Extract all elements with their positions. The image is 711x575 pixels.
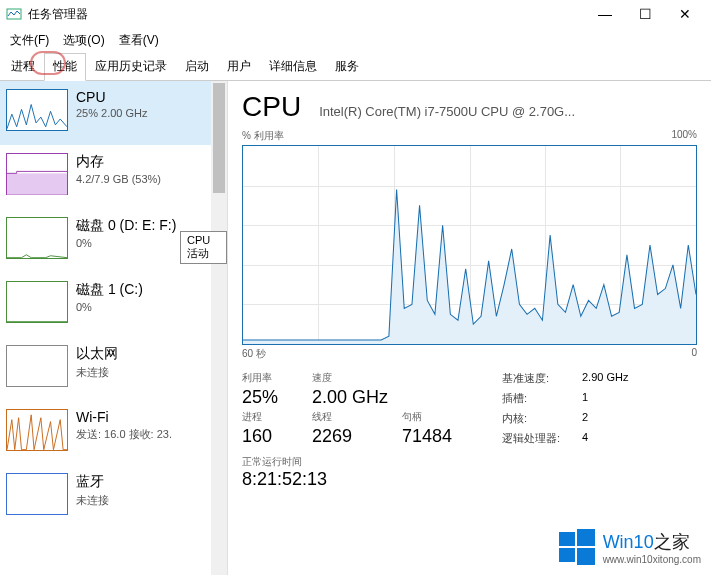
svg-rect-3 (559, 532, 575, 546)
logical-label: 逻辑处理器: (502, 431, 582, 447)
sidebar: CPU 25% 2.00 GHz 内存 4.2/7.9 GB (53%) 磁 (0, 81, 228, 575)
chart-y-label: % 利用率 (242, 129, 284, 143)
disk-thumb-icon (6, 217, 68, 259)
tab-app-history[interactable]: 应用历史记录 (86, 53, 176, 80)
sidebar-item-cpu[interactable]: CPU 25% 2.00 GHz (0, 81, 211, 145)
tab-processes[interactable]: 进程 (2, 53, 44, 80)
svg-rect-1 (7, 173, 67, 194)
stat-procs-label: 进程 (242, 410, 312, 424)
sidebar-item-sub: 未连接 (76, 493, 205, 508)
stat-handles-value: 71484 (402, 426, 482, 447)
base-speed-value: 2.90 GHz (582, 371, 662, 387)
cpu-model: Intel(R) Core(TM) i7-7500U CPU @ 2.70G..… (319, 104, 697, 119)
memory-thumb-icon (6, 153, 68, 195)
base-speed-label: 基准速度: (502, 371, 582, 387)
uptime-label: 正常运行时间 (242, 455, 697, 469)
stat-speed-label: 速度 (312, 371, 402, 385)
stat-speed-value: 2.00 GHz (312, 387, 402, 408)
chart-x-left: 60 秒 (242, 347, 266, 361)
sidebar-item-bluetooth[interactable]: 蓝牙 未连接 (0, 465, 211, 529)
tab-details[interactable]: 详细信息 (260, 53, 326, 80)
sidebar-item-sub: 未连接 (76, 365, 205, 380)
app-icon (6, 6, 22, 22)
tab-startup[interactable]: 启动 (176, 53, 218, 80)
sidebar-item-label: CPU (76, 89, 205, 105)
page-title: CPU (242, 91, 301, 123)
sidebar-item-memory[interactable]: 内存 4.2/7.9 GB (53%) (0, 145, 211, 209)
chart-y-max: 100% (671, 129, 697, 143)
watermark-url: www.win10xitong.com (603, 554, 701, 565)
main-panel: CPU Intel(R) Core(TM) i7-7500U CPU @ 2.7… (228, 81, 711, 575)
watermark-title: Win10之家 (603, 530, 701, 554)
cores-value: 2 (582, 411, 662, 427)
sidebar-item-sub: 0% (76, 301, 205, 313)
window-title: 任务管理器 (28, 6, 585, 23)
sidebar-item-label: 以太网 (76, 345, 205, 363)
sidebar-item-wifi[interactable]: Wi-Fi 发送: 16.0 接收: 23. (0, 401, 211, 465)
close-button[interactable]: ✕ (665, 2, 705, 26)
stat-handles-label: 句柄 (402, 410, 482, 424)
menu-file[interactable]: 文件(F) (4, 30, 55, 51)
minimize-button[interactable]: — (585, 2, 625, 26)
svg-rect-5 (559, 548, 575, 562)
watermark: Win10之家 www.win10xitong.com (559, 529, 701, 565)
sidebar-item-label: 内存 (76, 153, 205, 171)
scrollbar-thumb[interactable] (213, 83, 225, 193)
stat-util-value: 25% (242, 387, 312, 408)
sidebar-item-sub: 25% 2.00 GHz (76, 107, 205, 119)
sockets-label: 插槽: (502, 391, 582, 407)
menu-view[interactable]: 查看(V) (113, 30, 165, 51)
bluetooth-thumb-icon (6, 473, 68, 515)
svg-rect-6 (577, 548, 595, 565)
sidebar-item-label: 磁盘 1 (C:) (76, 281, 205, 299)
cores-label: 内核: (502, 411, 582, 427)
svg-rect-4 (577, 529, 595, 546)
uptime-value: 8:21:52:13 (242, 469, 697, 490)
stat-threads-value: 2269 (312, 426, 402, 447)
logical-value: 4 (582, 431, 662, 447)
sidebar-item-sub: 4.2/7.9 GB (53%) (76, 173, 205, 185)
ethernet-thumb-icon (6, 345, 68, 387)
cpu-chart (242, 145, 697, 345)
sockets-value: 1 (582, 391, 662, 407)
sidebar-item-label: Wi-Fi (76, 409, 205, 425)
disk-thumb-icon (6, 281, 68, 323)
wifi-thumb-icon (6, 409, 68, 451)
svg-marker-2 (243, 190, 696, 344)
menu-options[interactable]: 选项(O) (57, 30, 110, 51)
tooltip: CPU 活动 (180, 231, 227, 264)
cpu-thumb-icon (6, 89, 68, 131)
sidebar-item-ethernet[interactable]: 以太网 未连接 (0, 337, 211, 401)
tab-performance[interactable]: 性能 (44, 53, 86, 81)
maximize-button[interactable]: ☐ (625, 2, 665, 26)
sidebar-item-label: 蓝牙 (76, 473, 205, 491)
tab-users[interactable]: 用户 (218, 53, 260, 80)
scrollbar[interactable] (211, 81, 227, 575)
sidebar-item-sub: 发送: 16.0 接收: 23. (76, 427, 205, 442)
stat-threads-label: 线程 (312, 410, 402, 424)
windows-logo-icon (559, 529, 595, 565)
stat-procs-value: 160 (242, 426, 312, 447)
chart-x-right: 0 (691, 347, 697, 361)
sidebar-item-disk1[interactable]: 磁盘 1 (C:) 0% (0, 273, 211, 337)
tab-services[interactable]: 服务 (326, 53, 368, 80)
stat-util-label: 利用率 (242, 371, 312, 385)
